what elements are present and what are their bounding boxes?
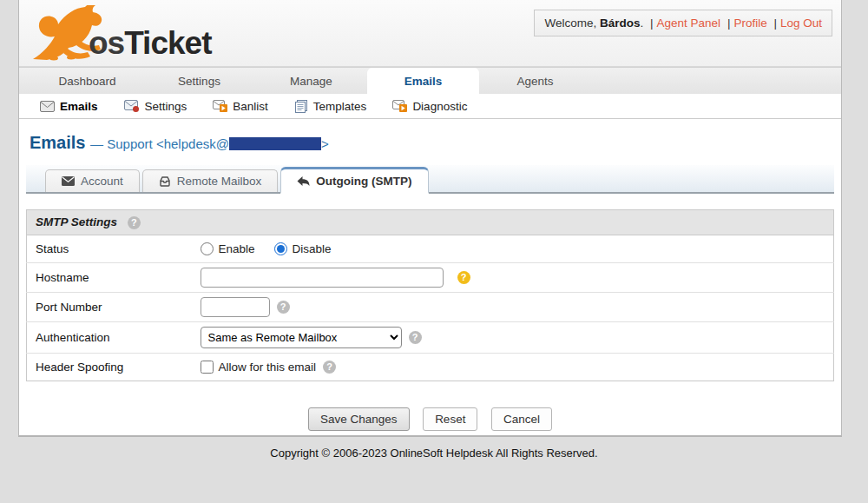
subnav-item-banlist[interactable]: Banlist (213, 100, 268, 113)
smtp-settings-table: SMTP Settings ? Status Enable Disable (26, 209, 834, 381)
footer: Copyright © 2006-2023 OnlineSoft Helpdes… (0, 437, 868, 460)
subnav-label: Templates (313, 100, 367, 113)
separator: | (650, 17, 654, 30)
tab-label: Outgoing (SMTP) (316, 175, 411, 188)
nav-tab-settings[interactable]: Settings (143, 68, 255, 94)
hostname-input[interactable] (201, 268, 444, 288)
banlist-icon (213, 100, 227, 112)
tab-account[interactable]: Account (45, 169, 140, 192)
port-input[interactable] (201, 297, 270, 317)
tab-outgoing-smtp[interactable]: Outgoing (SMTP) (280, 167, 428, 194)
status-radio-enable[interactable] (201, 242, 214, 255)
copyright-text: Copyright © 2006-2023 OnlineSoft Helpdes… (270, 447, 597, 460)
form-actions: Save Changes Reset Cancel (26, 407, 834, 431)
tab-remote-mailbox[interactable]: Remote Mailbox (142, 169, 279, 192)
logo-text: osTicket (89, 27, 211, 59)
tab-label: Account (81, 175, 123, 188)
content-wrapper: osTicket Welcome, Bárdos. |Agent Panel |… (18, 0, 842, 437)
main-nav: Dashboard Settings Manage Emails Agents (19, 67, 841, 94)
help-icon[interactable]: ? (457, 271, 470, 284)
title-dash: — (90, 136, 103, 151)
section-title: SMTP Settings (36, 215, 117, 228)
header-spoofing-checkbox[interactable] (201, 361, 214, 374)
cancel-button[interactable]: Cancel (491, 407, 552, 431)
help-icon[interactable]: ? (323, 361, 336, 374)
mailbox-icon (159, 176, 171, 187)
email-tab-strip: Account Remote Mailbox Outgoing (SMTP) (26, 165, 834, 194)
logo-os: os (89, 25, 124, 61)
subnav-item-settings[interactable]: Settings (124, 100, 187, 113)
authentication-row: Authentication Same as Remote Mailbox ? (27, 322, 834, 354)
nav-tab-dashboard[interactable]: Dashboard (31, 68, 143, 94)
subnav-label: Diagnostic (412, 100, 467, 113)
logo: osTicket (28, 5, 211, 61)
separator: | (727, 17, 731, 30)
username-suffix: . (641, 17, 644, 30)
page: osTicket Welcome, Bárdos. |Agent Panel |… (0, 0, 868, 503)
header-spoofing-row: Header Spoofing Allow for this email ? (27, 354, 834, 381)
port-row: Port Number ? (27, 293, 834, 322)
subnav-item-emails[interactable]: Emails (40, 100, 98, 113)
status-label: Status (27, 235, 192, 263)
help-icon[interactable]: ? (277, 301, 290, 314)
disable-label: Disable (293, 242, 332, 255)
subnav-label: Banlist (233, 100, 268, 113)
header-spoofing-checkbox-label: Allow for this email (219, 361, 317, 374)
nav-tab-emails[interactable]: Emails (367, 68, 479, 94)
reply-arrow-icon (297, 175, 310, 187)
hostname-row: Hostname ? (27, 263, 834, 293)
port-label: Port Number (27, 293, 192, 322)
save-changes-button[interactable]: Save Changes (308, 407, 410, 431)
enable-label: Enable (219, 242, 255, 255)
page-title: Emails — Support <helpdesk@> (30, 133, 834, 153)
username: Bárdos (600, 17, 641, 30)
help-icon[interactable]: ? (128, 216, 141, 229)
page-title-main: Emails (30, 133, 85, 152)
title-email-prefix: Support <helpdesk@ (107, 136, 229, 151)
page-title-sub: — Support <helpdesk@> (90, 136, 329, 151)
nav-tab-agents[interactable]: Agents (479, 68, 591, 94)
welcome-box: Welcome, Bárdos. |Agent Panel |Profile |… (534, 10, 832, 36)
help-icon[interactable]: ? (409, 331, 422, 344)
nav-tab-manage[interactable]: Manage (255, 68, 367, 94)
logout-link[interactable]: Log Out (780, 17, 822, 30)
title-email-suffix: > (321, 136, 329, 151)
email-icon (40, 101, 55, 112)
diagnostic-icon (392, 100, 407, 112)
authentication-label: Authentication (27, 322, 192, 354)
logo-ticket: Ticket (124, 25, 211, 61)
subnav-item-templates[interactable]: Templates (294, 100, 367, 113)
agent-panel-link[interactable]: Agent Panel (657, 17, 721, 30)
status-row: Status Enable Disable (27, 235, 834, 263)
envelope-icon (62, 176, 75, 186)
email-settings-icon (124, 100, 140, 113)
header: osTicket Welcome, Bárdos. |Agent Panel |… (19, 0, 841, 67)
subnav-label: Settings (145, 100, 187, 113)
tab-label: Remote Mailbox (177, 175, 262, 188)
hostname-label: Hostname (27, 263, 192, 293)
reset-button[interactable]: Reset (423, 407, 477, 431)
main-content: Emails — Support <helpdesk@> Account (19, 119, 841, 437)
section-header: SMTP Settings ? (27, 210, 834, 235)
subnav-item-diagnostic[interactable]: Diagnostic (392, 100, 467, 113)
profile-link[interactable]: Profile (733, 17, 766, 30)
sub-nav: Emails Settings Banlist Templates (19, 94, 841, 119)
authentication-select[interactable]: Same as Remote Mailbox (201, 327, 402, 348)
status-radio-disable[interactable] (274, 242, 287, 255)
separator: | (773, 17, 777, 30)
subnav-label: Emails (60, 100, 98, 113)
redacted-email-domain (229, 137, 321, 150)
header-spoofing-label: Header Spoofing (27, 354, 192, 381)
welcome-text: Welcome, (544, 17, 596, 30)
templates-icon (294, 100, 308, 113)
